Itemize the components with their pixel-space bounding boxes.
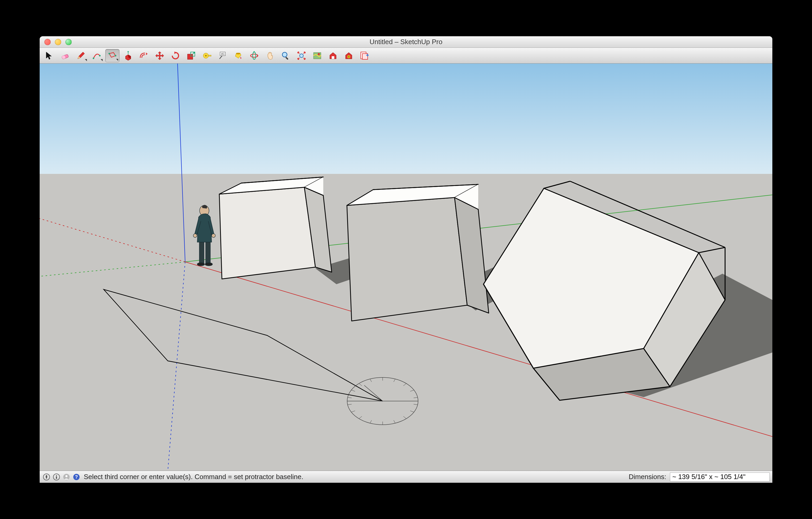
paint-icon — [234, 51, 243, 60]
geo-info-icon[interactable] — [42, 473, 51, 481]
info-icon[interactable] — [52, 473, 61, 481]
dimensions-input[interactable] — [670, 472, 770, 482]
svg-point-3 — [99, 55, 100, 56]
svg-point-5 — [115, 55, 116, 56]
tool-shape[interactable] — [105, 49, 119, 62]
tool-geo[interactable] — [310, 49, 324, 62]
svg-rect-25 — [40, 63, 772, 174]
statusbar: ? Select third corner or enter value(s).… — [40, 471, 772, 483]
svg-rect-10 — [208, 55, 211, 56]
tool-extensions[interactable] — [342, 49, 356, 62]
dimensions-label: Dimensions: — [629, 473, 666, 481]
offset-icon — [139, 51, 149, 60]
move-icon — [155, 51, 165, 60]
window-title: Untitled – SketchUp Pro — [40, 38, 772, 46]
tool-orbit[interactable] — [247, 49, 261, 62]
layout-icon — [360, 51, 369, 60]
map-icon — [313, 51, 322, 60]
cursor-icon — [45, 51, 54, 60]
svg-point-18 — [300, 54, 303, 58]
tool-paint[interactable] — [231, 49, 245, 62]
svg-point-40 — [193, 234, 197, 237]
tool-arc[interactable] — [90, 49, 104, 62]
app-window: Untitled – SketchUp Pro — [40, 36, 772, 483]
scene-3d — [40, 63, 772, 471]
tool-scale[interactable] — [184, 49, 198, 62]
tool-tape[interactable] — [200, 49, 214, 62]
arc-icon — [92, 51, 102, 60]
hand-icon — [265, 51, 275, 60]
tool-zoom[interactable] — [279, 49, 293, 62]
user-icon[interactable] — [62, 473, 70, 481]
eraser-icon — [60, 51, 70, 60]
svg-rect-6 — [187, 54, 193, 59]
tool-pushpull[interactable] — [121, 49, 135, 62]
svg-point-41 — [212, 234, 215, 237]
close-button[interactable] — [45, 39, 51, 45]
scale-icon — [186, 51, 196, 60]
warehouse-icon — [328, 51, 338, 60]
svg-rect-21 — [332, 56, 334, 59]
tool-eraser[interactable] — [58, 49, 72, 62]
svg-text:?: ? — [75, 474, 78, 480]
tool-warehouse[interactable] — [326, 49, 340, 62]
cube-1 — [219, 177, 332, 279]
svg-rect-24 — [362, 54, 368, 59]
svg-point-4 — [109, 53, 110, 54]
svg-point-15 — [253, 52, 256, 59]
tool-move[interactable] — [152, 49, 167, 62]
magnifier-icon — [281, 51, 290, 60]
tool-select[interactable] — [42, 49, 56, 62]
status-message: Select third corner or enter value(s). C… — [84, 473, 303, 481]
minimize-button[interactable] — [55, 39, 61, 45]
svg-text:A1: A1 — [221, 52, 225, 55]
cube-2 — [347, 184, 489, 321]
text-icon: A1 — [218, 51, 227, 60]
titlebar[interactable]: Untitled – SketchUp Pro — [40, 36, 772, 48]
svg-point-14 — [251, 54, 258, 57]
extensions-icon — [344, 51, 353, 60]
tool-pan[interactable] — [263, 49, 277, 62]
tool-zoom-extents[interactable] — [294, 49, 309, 62]
rotate-icon — [171, 51, 180, 60]
help-icon[interactable]: ? — [72, 473, 81, 481]
svg-rect-36 — [199, 242, 204, 263]
traffic-lights — [40, 39, 72, 45]
svg-rect-66 — [56, 477, 57, 479]
pencil-icon — [76, 51, 86, 60]
viewport-3d[interactable] — [40, 63, 772, 471]
toolbar: A1 — [40, 48, 772, 63]
svg-point-65 — [56, 475, 57, 476]
tool-rotate[interactable] — [168, 49, 182, 62]
svg-point-13 — [236, 53, 240, 54]
svg-rect-37 — [206, 242, 210, 263]
svg-point-16 — [282, 52, 287, 57]
tape-icon — [202, 51, 212, 60]
svg-point-68 — [65, 475, 67, 477]
tool-line[interactable] — [74, 49, 88, 62]
svg-rect-17 — [285, 57, 288, 60]
tool-layout[interactable] — [357, 49, 372, 62]
pushpull-icon — [123, 51, 133, 60]
svg-point-9 — [205, 55, 207, 56]
orbit-icon — [250, 51, 259, 60]
svg-point-39 — [205, 263, 212, 266]
svg-point-20 — [318, 53, 320, 55]
tool-offset[interactable] — [137, 49, 151, 62]
svg-point-2 — [93, 58, 94, 59]
zoom-extents-icon — [297, 51, 306, 60]
tool-text[interactable]: A1 — [215, 49, 230, 62]
zoom-button[interactable] — [65, 39, 72, 45]
svg-point-38 — [197, 263, 205, 266]
rectangle-icon — [108, 51, 117, 60]
